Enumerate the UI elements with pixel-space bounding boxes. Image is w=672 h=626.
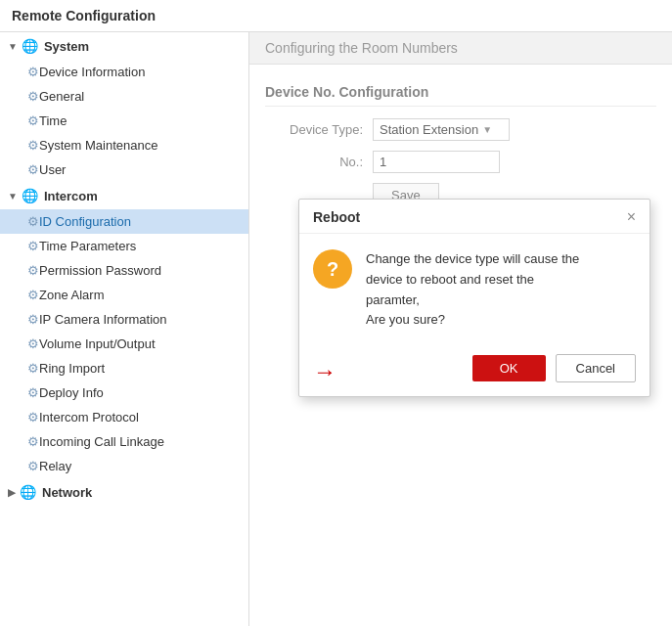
sidebar-item-time[interactable]: Time: [0, 109, 248, 133]
sidebar-item-user[interactable]: User: [0, 157, 248, 182]
sidebar-item-volume-input-output[interactable]: Volume Input/Output: [0, 332, 248, 356]
sidebar-item-label: Zone Alarm: [39, 288, 104, 302]
sidebar-item-device-information[interactable]: Device Information: [0, 60, 248, 84]
intercom-globe-icon: 🌐: [22, 188, 38, 203]
network-globe-icon: 🌐: [20, 484, 36, 500]
intercom-arrow-icon: ▼: [8, 191, 18, 201]
content-area: Configuring the Room Numbers Device No. …: [249, 32, 672, 626]
dialog-overlay: Reboot × ? Change the device type will c…: [249, 32, 672, 626]
sidebar-item-label: Incoming Call Linkage: [39, 434, 164, 449]
user-icon: [27, 162, 39, 177]
sidebar-item-label: Volume Input/Output: [39, 336, 156, 351]
general-icon: [27, 89, 39, 104]
sidebar-item-label: Time Parameters: [39, 239, 136, 253]
sidebar-item-label: Intercom Protocol: [39, 410, 139, 425]
ok-button[interactable]: OK: [472, 355, 546, 381]
dialog-footer: → OK Cancel: [299, 346, 650, 396]
dialog-message-line2: device to reboot and reset the: [366, 272, 534, 287]
permission-password-icon: [27, 263, 39, 278]
sidebar-item-label: ID Configuration: [39, 214, 131, 229]
system-globe-icon: 🌐: [22, 38, 38, 54]
warning-icon: ?: [313, 249, 352, 289]
sidebar-section-network-label: Network: [42, 485, 92, 500]
sidebar-section-system[interactable]: ▼ 🌐 System: [0, 32, 248, 60]
sidebar-section-system-label: System: [44, 39, 89, 54]
dialog-title: Reboot: [313, 209, 360, 225]
app-title: Remote Configuration: [0, 0, 672, 32]
sidebar: ▼ 🌐 System Device Information General Ti…: [0, 32, 249, 626]
ring-import-icon: [27, 361, 39, 376]
sidebar-section-network[interactable]: ▶ 🌐 Network: [0, 478, 248, 506]
sidebar-item-label: IP Camera Information: [39, 312, 167, 327]
sidebar-item-relay[interactable]: Relay: [0, 454, 248, 478]
sidebar-item-permission-password[interactable]: Permission Password: [0, 258, 248, 283]
sidebar-item-label: Ring Import: [39, 361, 105, 376]
id-configuration-icon: [27, 214, 39, 229]
arrow-indicator-icon: →: [313, 358, 336, 385]
sidebar-item-deploy-info[interactable]: Deploy Info: [0, 380, 248, 405]
system-maintenance-icon: [27, 138, 39, 153]
dialog-message-line1: Change the device type will cause the: [366, 251, 579, 266]
dialog-close-button[interactable]: ×: [627, 209, 636, 225]
sidebar-item-ring-import[interactable]: Ring Import: [0, 356, 248, 380]
cancel-button[interactable]: Cancel: [556, 354, 636, 382]
reboot-dialog: Reboot × ? Change the device type will c…: [298, 199, 650, 397]
system-arrow-icon: ▼: [8, 41, 18, 52]
sidebar-item-ip-camera-information[interactable]: IP Camera Information: [0, 307, 248, 332]
relay-icon: [27, 459, 39, 473]
incoming-call-linkage-icon: [27, 434, 39, 449]
sidebar-section-intercom-label: Intercom: [44, 189, 98, 203]
sidebar-item-label: General: [39, 89, 84, 104]
sidebar-item-intercom-protocol[interactable]: Intercom Protocol: [0, 405, 248, 429]
dialog-message: Change the device type will cause the de…: [366, 249, 579, 331]
dialog-message-line3: paramter,: [366, 292, 420, 307]
sidebar-section-intercom[interactable]: ▼ 🌐 Intercom: [0, 182, 248, 209]
sidebar-item-label: User: [39, 162, 66, 177]
deploy-info-icon: [27, 385, 39, 400]
sidebar-item-zone-alarm[interactable]: Zone Alarm: [0, 283, 248, 307]
ip-camera-information-icon: [27, 312, 39, 327]
sidebar-item-label: Device Information: [39, 65, 145, 79]
intercom-protocol-icon: [27, 410, 39, 425]
sidebar-item-label: System Maintenance: [39, 138, 157, 153]
sidebar-item-id-configuration[interactable]: ID Configuration: [0, 209, 248, 234]
sidebar-item-label: Time: [39, 113, 67, 128]
time-parameters-icon: [27, 239, 39, 253]
volume-input-output-icon: [27, 336, 39, 351]
sidebar-item-general[interactable]: General: [0, 84, 248, 109]
dialog-header: Reboot ×: [299, 200, 650, 234]
sidebar-item-label: Deploy Info: [39, 385, 104, 400]
dialog-message-line4: Are you sure?: [366, 312, 445, 327]
sidebar-item-system-maintenance[interactable]: System Maintenance: [0, 133, 248, 157]
sidebar-item-incoming-call-linkage[interactable]: Incoming Call Linkage: [0, 429, 248, 454]
zone-alarm-icon: [27, 288, 39, 302]
time-icon: [27, 113, 39, 128]
sidebar-item-label: Permission Password: [39, 263, 161, 278]
sidebar-item-time-parameters[interactable]: Time Parameters: [0, 234, 248, 258]
network-arrow-icon: ▶: [8, 487, 16, 498]
dialog-body: ? Change the device type will cause the …: [299, 234, 650, 346]
sidebar-item-label: Relay: [39, 459, 71, 473]
device-information-icon: [27, 65, 39, 79]
